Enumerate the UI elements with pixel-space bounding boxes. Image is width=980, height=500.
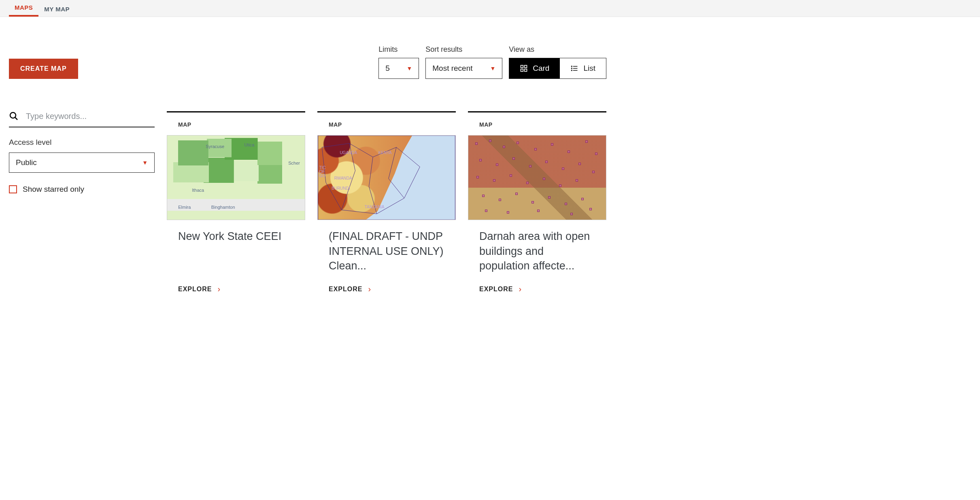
results-controls: Limits 5 ▼ Sort results Most recent ▼ Vi… [378, 45, 606, 79]
thumb-label: BURUNDI [332, 186, 350, 191]
card-type-label: MAP [167, 114, 305, 135]
tab-maps[interactable]: MAPS [9, 0, 38, 17]
chevron-down-icon: ▼ [406, 65, 412, 72]
thumb-label: Scher [288, 161, 300, 165]
map-card: MAP [468, 111, 606, 294]
thumb-label: UGANDA [340, 150, 357, 155]
access-level-select[interactable]: Public ▼ [9, 153, 155, 173]
starred-only-label: Show starred only [23, 185, 84, 194]
sort-value: Most recent [432, 64, 472, 73]
chevron-right-icon: › [217, 284, 221, 294]
map-card: MAP UGANDA KENYA RWANDA BURUNDI TANZANIA [317, 111, 456, 294]
thumb-label: RWANDA [334, 176, 352, 180]
thumb-label: Utica [244, 142, 254, 147]
map-thumbnail[interactable] [468, 135, 606, 220]
map-card: MAP Syracuse Utica Scher Ithaca Elmira B… [167, 111, 305, 294]
explore-button[interactable]: EXPLORE › [468, 284, 606, 294]
svg-rect-0 [521, 66, 523, 68]
grid-icon [520, 64, 528, 72]
svg-rect-3 [525, 69, 527, 72]
card-title: Darnah area with open buildings and popu… [468, 229, 606, 275]
svg-point-10 [10, 112, 16, 118]
map-thumbnail[interactable]: UGANDA KENYA RWANDA BURUNDI TANZANIA TIC… [317, 135, 456, 220]
thumb-label: Binghamton [211, 205, 235, 210]
limits-label: Limits [378, 45, 419, 54]
chevron-right-icon: › [519, 284, 522, 294]
sort-label: Sort results [425, 45, 502, 54]
chevron-down-icon: ▼ [490, 65, 495, 72]
cards-grid: MAP Syracuse Utica Scher Ithaca Elmira B… [167, 111, 606, 294]
explore-button[interactable]: EXPLORE › [317, 284, 456, 294]
view-toggle: Card List [509, 58, 606, 79]
limits-value: 5 [385, 64, 390, 73]
view-list-label: List [583, 64, 595, 73]
tab-my-map[interactable]: MY MAP [38, 2, 75, 17]
card-type-label: MAP [317, 114, 456, 135]
card-title: New York State CEEI [167, 229, 305, 275]
view-card-button[interactable]: Card [509, 58, 560, 78]
svg-point-8 [572, 68, 572, 69]
thumb-label: Ithaca [192, 188, 204, 193]
thumb-label: Elmira [178, 205, 191, 210]
thumb-label: Syracuse [206, 144, 224, 149]
svg-point-9 [572, 70, 572, 71]
explore-label: EXPLORE [329, 286, 362, 293]
explore-label: EXPLORE [479, 286, 513, 293]
explore-label: EXPLORE [178, 286, 212, 293]
thumb-label: TANZANIA [365, 205, 385, 209]
thumb-label: TIC OF GO [319, 166, 331, 178]
map-thumbnail[interactable]: Syracuse Utica Scher Ithaca Elmira Bingh… [167, 135, 305, 220]
limits-select[interactable]: 5 ▼ [378, 58, 419, 79]
card-type-label: MAP [468, 114, 606, 135]
viewas-label: View as [509, 45, 606, 54]
view-card-label: Card [533, 64, 549, 73]
svg-point-7 [572, 66, 572, 67]
svg-line-11 [15, 117, 17, 120]
chevron-down-icon: ▼ [142, 159, 148, 166]
explore-button[interactable]: EXPLORE › [167, 284, 305, 294]
access-level-value: Public [16, 158, 37, 167]
top-tabs: MAPS MY MAP [0, 0, 980, 17]
create-map-button[interactable]: CREATE MAP [9, 59, 78, 79]
checkbox-icon [9, 185, 17, 193]
search-icon [9, 111, 19, 121]
svg-rect-2 [521, 69, 523, 72]
starred-only-checkbox[interactable]: Show starred only [9, 185, 155, 194]
card-title: (FINAL DRAFT - UNDP INTERNAL USE ONLY) C… [317, 229, 456, 275]
filter-sidebar: Access level Public ▼ Show starred only [9, 111, 155, 194]
view-list-button[interactable]: List [560, 58, 606, 78]
chevron-right-icon: › [368, 284, 371, 294]
svg-rect-1 [525, 66, 527, 68]
list-icon [570, 64, 578, 72]
search-input[interactable] [26, 112, 155, 121]
thumb-label: KENYA [378, 150, 392, 155]
sort-select[interactable]: Most recent ▼ [425, 58, 502, 79]
search-field[interactable] [9, 111, 155, 127]
access-level-label: Access level [9, 138, 155, 147]
